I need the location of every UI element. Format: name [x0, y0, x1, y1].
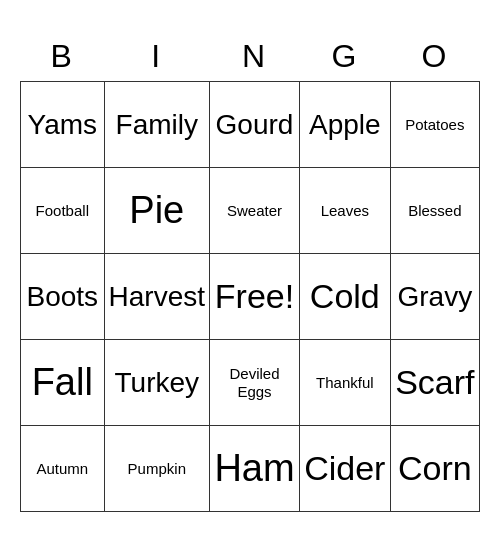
- bingo-cell: Pie: [104, 168, 209, 254]
- bingo-cell: Pumpkin: [104, 426, 209, 512]
- bingo-table: BINGO YamsFamilyGourdApplePotatoesFootba…: [20, 32, 480, 512]
- table-row: BootsHarvestFree!ColdGravy: [21, 254, 480, 340]
- header-letter: N: [210, 32, 300, 82]
- bingo-cell: Apple: [299, 82, 390, 168]
- header-row: BINGO: [21, 32, 480, 82]
- bingo-cell: Turkey: [104, 340, 209, 426]
- header-letter: G: [299, 32, 390, 82]
- bingo-cell: Autumn: [21, 426, 105, 512]
- bingo-cell: Corn: [390, 426, 479, 512]
- bingo-cell: Thankful: [299, 340, 390, 426]
- bingo-cell: DeviledEggs: [210, 340, 300, 426]
- header-letter: O: [390, 32, 479, 82]
- bingo-cell: Scarf: [390, 340, 479, 426]
- bingo-cell: Football: [21, 168, 105, 254]
- bingo-cell: Yams: [21, 82, 105, 168]
- table-row: YamsFamilyGourdApplePotatoes: [21, 82, 480, 168]
- bingo-cell: Potatoes: [390, 82, 479, 168]
- bingo-cell: Leaves: [299, 168, 390, 254]
- bingo-cell: Fall: [21, 340, 105, 426]
- bingo-cell: Free!: [210, 254, 300, 340]
- bingo-cell: Cold: [299, 254, 390, 340]
- bingo-cell: Gourd: [210, 82, 300, 168]
- bingo-cell: Ham: [210, 426, 300, 512]
- table-row: AutumnPumpkinHamCiderCorn: [21, 426, 480, 512]
- bingo-cell: Sweater: [210, 168, 300, 254]
- bingo-cell: Gravy: [390, 254, 479, 340]
- bingo-cell: Family: [104, 82, 209, 168]
- bingo-cell: Boots: [21, 254, 105, 340]
- table-row: FallTurkeyDeviledEggsThankfulScarf: [21, 340, 480, 426]
- bingo-cell: Cider: [299, 426, 390, 512]
- bingo-cell: Harvest: [104, 254, 209, 340]
- bingo-cell: Blessed: [390, 168, 479, 254]
- table-row: FootballPieSweaterLeavesBlessed: [21, 168, 480, 254]
- header-letter: B: [21, 32, 105, 82]
- header-letter: I: [104, 32, 209, 82]
